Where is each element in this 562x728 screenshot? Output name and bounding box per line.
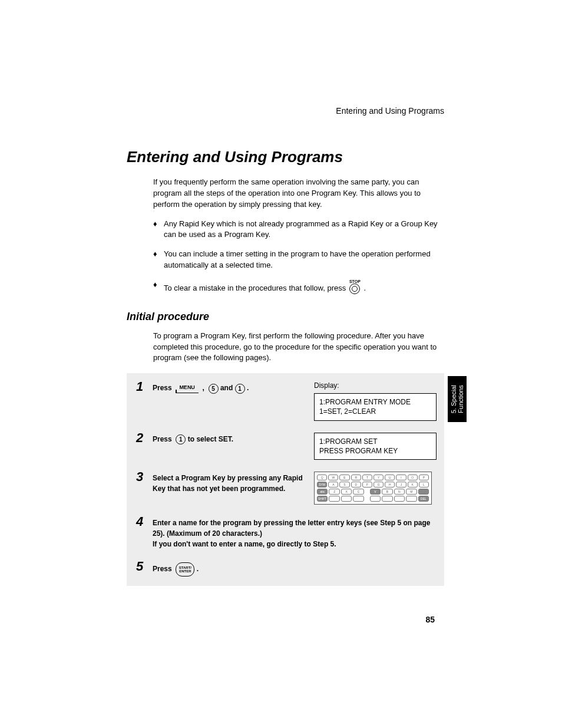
step-number: 4 xyxy=(136,515,153,528)
press-word: Press xyxy=(153,435,172,443)
bullet-item: ♦ Any Rapid Key which is not already pro… xyxy=(153,219,444,241)
step-1: 1 Press MENU , 5 and 1 . Display: 1:PROG… xyxy=(136,380,435,420)
bullet-glyph: ♦ xyxy=(153,249,164,271)
side-tab-line2: Functions xyxy=(457,385,464,413)
running-header: Entering and Using Programs xyxy=(127,106,444,116)
step-line: Enter a name for the program by pressing… xyxy=(153,518,435,539)
stop-label: STOP xyxy=(349,279,361,284)
side-tab-line1: 5. Special xyxy=(450,385,457,413)
press-word: Press xyxy=(153,565,172,573)
subheading: Initial procedure xyxy=(127,311,444,323)
bullet-glyph: ♦ xyxy=(153,279,164,298)
bullet-item: ♦ To clear a mistake in the procedures t… xyxy=(153,279,444,298)
page-number: 85 xyxy=(425,615,435,624)
display-line: 1=SET, 2=CLEAR xyxy=(319,407,431,416)
step-illustration: QWERTYUIOP SYMASDFGHJKL abcZXCVBNM SHIFT… xyxy=(314,470,435,505)
step-5: 5 Press START/ ENTER . xyxy=(136,560,435,577)
display-line: 1:PROGRAM ENTRY MODE xyxy=(319,397,431,407)
step-body: Enter a name for the program by pressing… xyxy=(153,515,435,549)
enter-key-line2: ENTER xyxy=(179,569,191,573)
step-3: 3 Select a Program Key by pressing any R… xyxy=(136,470,435,505)
separator: , xyxy=(203,384,204,392)
step-body: Press START/ ENTER . xyxy=(153,560,435,577)
bullet-text-part: To clear a mistake in the procedures tha… xyxy=(164,284,346,292)
key-1-icon: 1 xyxy=(235,384,245,394)
intro-paragraph: If you frequently perform the same opera… xyxy=(153,177,444,210)
step-body: Select a Program Key by pressing any Rap… xyxy=(153,470,314,494)
bullet-text: Any Rapid Key which is not already progr… xyxy=(164,219,444,241)
display-line: PRESS PROGRAM KEY xyxy=(319,446,431,456)
stop-circle-icon xyxy=(349,284,360,294)
and-word: and xyxy=(220,384,233,392)
step-number: 3 xyxy=(136,470,153,483)
bullet-list: ♦ Any Rapid Key which is not already pro… xyxy=(153,219,444,298)
rest-text: to select SET. xyxy=(188,435,233,443)
display-box: 1:PROGRAM ENTRY MODE 1=SET, 2=CLEAR xyxy=(314,393,437,420)
display-box: 1:PROGRAM SET PRESS PROGRAM KEY xyxy=(314,433,437,460)
step-body: Press 1 to select SET. xyxy=(153,431,314,444)
step-body: Press MENU , 5 and 1 . xyxy=(153,380,314,393)
step-display-area: Display: 1:PROGRAM ENTRY MODE 1=SET, 2=C… xyxy=(314,380,435,420)
step-number: 1 xyxy=(136,380,153,393)
menu-key-icon: MENU xyxy=(176,384,199,393)
period: . xyxy=(197,565,199,573)
rapid-key-keyboard-icon: QWERTYUIOP SYMASDFGHJKL abcZXCVBNM SHIFT… xyxy=(314,472,432,505)
step-line: If you don't want to enter a name, go di… xyxy=(153,539,435,549)
bullet-item: ♦ You can include a timer setting in the… xyxy=(153,249,444,271)
key-5-icon: 5 xyxy=(209,384,219,394)
step-display-area: 1:PROGRAM SET PRESS PROGRAM KEY xyxy=(314,431,435,460)
step-number: 2 xyxy=(136,431,153,444)
bullet-text: To clear a mistake in the procedures tha… xyxy=(164,279,444,298)
section-title: Entering and Using Programs xyxy=(127,148,444,166)
chapter-side-tab: 5. Special Functions xyxy=(448,376,467,422)
start-enter-key-icon: START/ ENTER xyxy=(176,562,194,577)
step-2: 2 Press 1 to select SET. 1:PROGRAM SET P… xyxy=(136,431,435,460)
step-number: 5 xyxy=(136,560,153,573)
procedure-steps-box: 1 Press MENU , 5 and 1 . Display: 1:PROG… xyxy=(127,373,444,586)
display-label: Display: xyxy=(314,381,435,390)
bullet-glyph: ♦ xyxy=(153,219,164,241)
period: . xyxy=(363,284,366,292)
period: . xyxy=(247,384,249,392)
subheading-intro: To program a Program Key, first perform … xyxy=(153,331,444,364)
stop-key-icon: STOP xyxy=(349,279,361,298)
display-line: 1:PROGRAM SET xyxy=(319,437,431,446)
bullet-text: You can include a timer setting in the p… xyxy=(164,249,444,271)
step-4: 4 Enter a name for the program by pressi… xyxy=(136,515,435,549)
key-1-icon: 1 xyxy=(176,434,186,444)
press-word: Press xyxy=(153,384,172,392)
